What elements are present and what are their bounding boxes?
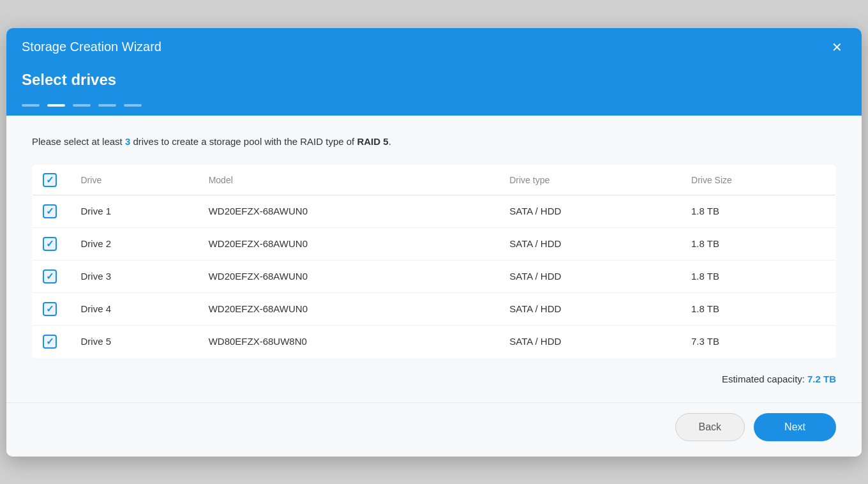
header-checkbox-cell: ✓ — [33, 165, 71, 195]
drive-model-1: WD20EFZX-68AWUN0 — [198, 195, 500, 227]
table-header-row: ✓ Drive Model Drive type Drive Size — [33, 165, 836, 195]
storage-creation-wizard: Storage Creation Wizard ✕ Select drives … — [6, 28, 862, 457]
checkmark-icon: ✓ — [46, 239, 54, 248]
instruction-prefix: Please select at least — [32, 136, 125, 147]
drive-type-3: SATA / HDD — [499, 260, 681, 292]
column-drive: Drive — [71, 165, 198, 195]
table-row: ✓ Drive 2 WD20EFZX-68AWUN0 SATA / HDD 1.… — [33, 227, 836, 260]
back-button[interactable]: Back — [675, 413, 745, 441]
drive-size-4: 1.8 TB — [681, 292, 835, 325]
step-indicator-2 — [47, 104, 65, 107]
table-row: ✓ Drive 1 WD20EFZX-68AWUN0 SATA / HDD 1.… — [33, 195, 836, 227]
step-indicator-1 — [22, 104, 40, 107]
drive-checkbox-1[interactable]: ✓ — [43, 204, 57, 218]
drive-name-4: Drive 4 — [71, 292, 198, 325]
row-checkbox-cell-3: ✓ — [33, 260, 71, 292]
capacity-row: Estimated capacity: 7.2 TB — [32, 358, 836, 389]
row-checkbox-cell-4: ✓ — [33, 292, 71, 325]
step-indicator-4 — [98, 104, 116, 107]
instruction-text: Please select at least 3 drives to creat… — [32, 136, 836, 147]
drive-type-4: SATA / HDD — [499, 292, 681, 325]
drive-type-5: SATA / HDD — [499, 325, 681, 358]
column-drive-size: Drive Size — [681, 165, 835, 195]
drive-size-3: 1.8 TB — [681, 260, 835, 292]
drive-name-2: Drive 2 — [71, 227, 198, 260]
row-checkbox-cell-2: ✓ — [33, 227, 71, 260]
dialog-footer: Back Next — [6, 402, 862, 457]
drive-size-5: 7.3 TB — [681, 325, 835, 358]
step-indicator-3 — [73, 104, 91, 107]
close-button[interactable]: ✕ — [828, 40, 846, 55]
checkmark-icon: ✓ — [46, 304, 54, 314]
checkmark-icon: ✓ — [46, 175, 54, 185]
instruction-middle: drives to create a storage pool with the… — [130, 136, 357, 147]
drive-model-5: WD80EFZX-68UW8N0 — [198, 325, 500, 358]
drive-model-4: WD20EFZX-68AWUN0 — [198, 292, 500, 325]
drive-checkbox-5[interactable]: ✓ — [43, 335, 57, 349]
next-button[interactable]: Next — [754, 413, 836, 441]
raid-type-label: RAID 5 — [357, 136, 388, 147]
row-checkbox-cell-5: ✓ — [33, 325, 71, 358]
select-all-checkbox[interactable]: ✓ — [43, 173, 57, 187]
dialog-header: Storage Creation Wizard ✕ Select drives — [6, 28, 862, 116]
table-row: ✓ Drive 5 WD80EFZX-68UW8N0 SATA / HDD 7.… — [33, 325, 836, 358]
drive-type-1: SATA / HDD — [499, 195, 681, 227]
column-drive-type: Drive type — [499, 165, 681, 195]
drive-checkbox-3[interactable]: ✓ — [43, 269, 57, 284]
checkmark-icon: ✓ — [46, 271, 54, 281]
step-indicators — [22, 104, 846, 116]
table-row: ✓ Drive 3 WD20EFZX-68AWUN0 SATA / HDD 1.… — [33, 260, 836, 292]
drives-table: ✓ Drive Model Drive type Drive Size ✓ Dr… — [32, 165, 836, 358]
capacity-label: Estimated capacity: — [722, 374, 805, 384]
drives-table-body: ✓ Drive 1 WD20EFZX-68AWUN0 SATA / HDD 1.… — [33, 195, 836, 358]
drive-checkbox-2[interactable]: ✓ — [43, 237, 57, 251]
checkmark-icon: ✓ — [46, 337, 54, 346]
table-row: ✓ Drive 4 WD20EFZX-68AWUN0 SATA / HDD 1.… — [33, 292, 836, 325]
drive-name-3: Drive 3 — [71, 260, 198, 292]
dialog-title: Storage Creation Wizard — [22, 40, 846, 54]
drive-checkbox-4[interactable]: ✓ — [43, 302, 57, 316]
drive-name-5: Drive 5 — [71, 325, 198, 358]
column-model: Model — [198, 165, 500, 195]
dialog-body: Please select at least 3 drives to creat… — [6, 116, 862, 402]
instruction-count: 3 — [125, 136, 130, 147]
step-indicator-5 — [124, 104, 142, 107]
drive-model-2: WD20EFZX-68AWUN0 — [198, 227, 500, 260]
instruction-suffix: . — [389, 136, 391, 147]
drive-type-2: SATA / HDD — [499, 227, 681, 260]
row-checkbox-cell-1: ✓ — [33, 195, 71, 227]
page-title: Select drives — [22, 67, 846, 102]
checkmark-icon: ✓ — [46, 206, 54, 216]
drive-model-3: WD20EFZX-68AWUN0 — [198, 260, 500, 292]
capacity-value: 7.2 TB — [807, 374, 836, 384]
drive-size-2: 1.8 TB — [681, 227, 835, 260]
drive-name-1: Drive 1 — [71, 195, 198, 227]
drive-size-1: 1.8 TB — [681, 195, 835, 227]
